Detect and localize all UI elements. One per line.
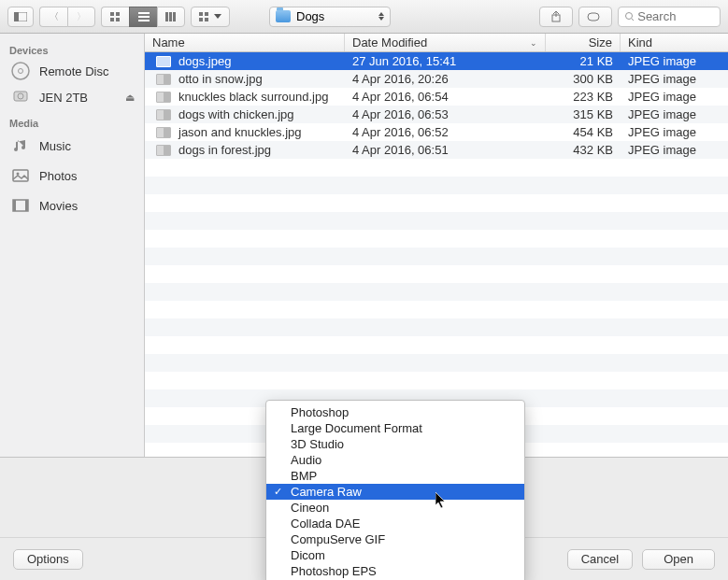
col-size[interactable]: Size — [546, 34, 621, 51]
svg-rect-28 — [25, 200, 28, 211]
format-option[interactable]: Camera Raw — [266, 484, 524, 500]
file-date: 4 Apr 2016, 06:52 — [345, 125, 546, 139]
file-name: dogs with chicken.jpg — [178, 107, 294, 121]
svg-line-19 — [632, 19, 634, 21]
share-button[interactable] — [539, 7, 573, 27]
file-row[interactable]: dogs in forest.jpg4 Apr 2016, 06:51432 K… — [145, 141, 728, 159]
file-size: 21 KB — [546, 54, 621, 68]
back-button[interactable]: 〈 — [39, 7, 67, 27]
svg-point-25 — [17, 173, 20, 176]
file-thumb-icon — [156, 145, 171, 156]
col-name[interactable]: Name — [145, 34, 345, 51]
options-button[interactable]: Options — [13, 549, 83, 570]
svg-rect-6 — [138, 12, 150, 14]
forward-button[interactable]: 〉 — [67, 7, 95, 27]
list-view-button[interactable] — [129, 7, 157, 27]
svg-rect-8 — [138, 20, 150, 21]
format-option[interactable]: Photoshop — [266, 404, 524, 420]
col-date[interactable]: Date Modified⌄ — [345, 34, 546, 51]
open-button[interactable]: Open — [642, 549, 715, 570]
icon-view-button[interactable] — [101, 7, 129, 27]
search-field[interactable] — [618, 7, 721, 27]
file-name: dogs.jpeg — [178, 54, 231, 68]
svg-rect-13 — [205, 12, 208, 16]
format-option[interactable]: Collada DAE — [266, 516, 524, 531]
file-name: dogs in forest.jpg — [178, 143, 271, 157]
file-date: 4 Apr 2016, 06:54 — [345, 90, 546, 104]
file-thumb-icon — [156, 74, 171, 85]
media-icon — [9, 164, 32, 187]
file-thumb-icon — [156, 92, 171, 103]
file-size: 300 KB — [546, 72, 621, 86]
file-kind: JPEG image — [621, 54, 728, 68]
file-row[interactable]: jason and knuckles.jpg4 Apr 2016, 06:524… — [145, 123, 728, 141]
svg-rect-24 — [13, 170, 28, 181]
view-mode-group — [101, 7, 185, 27]
search-icon — [624, 11, 634, 22]
format-option[interactable]: 3D Studio — [266, 436, 524, 452]
sidebar-music[interactable]: Music — [0, 131, 144, 161]
svg-point-20 — [12, 63, 29, 79]
file-row[interactable]: dogs with chicken.jpg4 Apr 2016, 06:5331… — [145, 106, 728, 123]
format-option[interactable]: CompuServe GIF — [266, 531, 524, 547]
file-name: otto in snow.jpg — [178, 72, 263, 86]
format-option[interactable]: Dicom — [266, 547, 524, 563]
file-date: 27 Jun 2016, 15:41 — [345, 54, 546, 68]
format-option[interactable]: Large Document Format — [266, 420, 524, 436]
svg-rect-1 — [14, 12, 19, 21]
column-view-button[interactable] — [157, 7, 185, 27]
sidebar-photos[interactable]: Photos — [0, 161, 144, 191]
file-kind: JPEG image — [621, 72, 728, 86]
nav-group: 〈 〉 — [39, 7, 95, 27]
file-row[interactable]: otto in snow.jpg4 Apr 2016, 20:26300 KBJ… — [145, 70, 728, 88]
file-size: 223 KB — [546, 90, 621, 104]
folder-selector[interactable]: Dogs — [269, 7, 391, 27]
tags-button[interactable] — [578, 7, 612, 27]
svg-rect-27 — [13, 200, 16, 211]
device-icon — [9, 86, 32, 108]
sidebar-section-devices: Devices — [0, 37, 144, 58]
main-area: Devices Remote DiscJEN 2TB⏏ Media MusicP… — [0, 34, 728, 457]
file-size: 432 KB — [546, 143, 621, 157]
sidebar-jen-2tb[interactable]: JEN 2TB⏏ — [0, 84, 144, 110]
file-name: jason and knuckles.jpg — [178, 125, 302, 139]
svg-rect-17 — [588, 13, 599, 21]
media-icon — [9, 134, 32, 157]
format-dropdown-menu[interactable]: PhotoshopLarge Document Format3D StudioA… — [265, 400, 525, 580]
svg-rect-10 — [169, 12, 172, 21]
file-size: 454 KB — [546, 125, 621, 139]
sidebar-remote-disc[interactable]: Remote Disc — [0, 58, 144, 84]
sidebar-movies[interactable]: Movies — [0, 191, 144, 220]
sidebar-toggle-button[interactable] — [7, 7, 34, 27]
file-kind: JPEG image — [621, 125, 728, 139]
file-list[interactable]: dogs.jpeg27 Jun 2016, 15:4121 KBJPEG ima… — [145, 52, 728, 457]
file-thumb-icon — [156, 109, 171, 120]
col-kind[interactable]: Kind — [621, 34, 728, 51]
search-input[interactable] — [637, 9, 714, 23]
eject-icon[interactable]: ⏏ — [125, 92, 135, 104]
format-option[interactable]: Audio — [266, 452, 524, 468]
svg-rect-11 — [173, 12, 176, 21]
file-row[interactable]: dogs.jpeg27 Jun 2016, 15:4121 KBJPEG ima… — [145, 52, 728, 70]
svg-rect-3 — [116, 12, 120, 16]
svg-point-18 — [626, 12, 633, 19]
svg-rect-9 — [165, 12, 168, 21]
file-size: 315 KB — [546, 107, 621, 121]
file-kind: JPEG image — [621, 90, 728, 104]
format-option[interactable]: BMP — [266, 468, 524, 484]
format-option[interactable]: Photoshop EPS — [266, 563, 524, 579]
file-date: 4 Apr 2016, 06:51 — [345, 143, 546, 157]
column-headers: Name Date Modified⌄ Size Kind — [145, 34, 728, 52]
cancel-button[interactable]: Cancel — [567, 549, 633, 570]
svg-rect-5 — [116, 18, 120, 21]
file-name: knuckles black surround.jpg — [178, 90, 328, 104]
format-option[interactable]: Cineon — [266, 500, 524, 516]
updown-icon — [378, 12, 384, 21]
group-by-button[interactable] — [191, 7, 230, 27]
sidebar-section-media: Media — [0, 110, 144, 131]
file-row[interactable]: knuckles black surround.jpg4 Apr 2016, 0… — [145, 88, 728, 106]
media-icon — [9, 194, 32, 217]
svg-rect-12 — [199, 12, 203, 16]
toolbar: 〈 〉 Dogs — [0, 0, 728, 34]
file-thumb-icon — [156, 127, 171, 138]
